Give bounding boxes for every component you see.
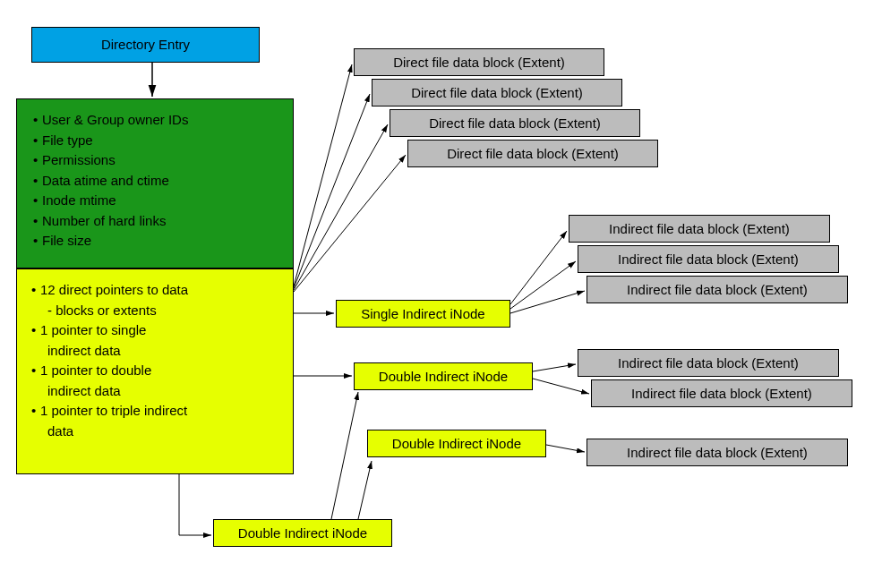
single-indirect-inode: Single Indirect iNode xyxy=(336,300,510,328)
meta-item: File type xyxy=(42,131,93,151)
inode-pointers-box: •12 direct pointers to data - blocks or … xyxy=(16,268,294,474)
svg-line-12 xyxy=(546,445,585,452)
ptr-line: 1 pointer to single xyxy=(40,320,146,341)
svg-line-13 xyxy=(331,392,358,519)
svg-line-2 xyxy=(294,94,370,288)
indirect-block: Indirect file data block (Extent) xyxy=(587,439,848,466)
indirect-block: Indirect file data block (Extent) xyxy=(587,276,848,303)
double-indirect-inode-bottom: Double Indirect iNode xyxy=(213,519,392,547)
direct-block: Direct file data block (Extent) xyxy=(407,140,658,167)
svg-line-8 xyxy=(510,261,576,309)
meta-item: Data atime and ctime xyxy=(42,171,169,192)
direct-block: Direct file data block (Extent) xyxy=(372,79,622,107)
svg-line-11 xyxy=(533,379,589,394)
meta-item: File size xyxy=(42,231,91,251)
inode-metadata-box: •User & Group owner IDs •File type •Perm… xyxy=(16,98,294,268)
ptr-line: - blocks or extents xyxy=(47,301,284,321)
svg-line-14 xyxy=(358,461,372,519)
ptr-line: indirect data xyxy=(47,381,284,402)
indirect-block: Indirect file data block (Extent) xyxy=(578,245,839,273)
indirect-block: Indirect file data block (Extent) xyxy=(569,215,830,243)
svg-line-9 xyxy=(510,291,585,313)
indirect-block: Indirect file data block (Extent) xyxy=(591,379,852,407)
ptr-line: indirect data xyxy=(47,341,284,362)
ptr-line: 1 pointer to double xyxy=(40,361,151,381)
directory-entry-box: Directory Entry xyxy=(31,27,260,63)
direct-block: Direct file data block (Extent) xyxy=(390,109,640,137)
ptr-line: data xyxy=(47,422,284,442)
svg-line-10 xyxy=(533,364,576,371)
double-indirect-inode: Double Indirect iNode xyxy=(367,430,546,457)
meta-item: Permissions xyxy=(42,150,116,171)
meta-item: Inode mtime xyxy=(42,191,116,211)
svg-line-3 xyxy=(294,124,388,290)
ptr-line: 1 pointer to triple indirect xyxy=(40,401,187,422)
direct-block: Direct file data block (Extent) xyxy=(354,48,604,76)
meta-item: User & Group owner IDs xyxy=(42,110,188,131)
indirect-block: Indirect file data block (Extent) xyxy=(578,349,839,377)
ptr-line: 12 direct pointers to data xyxy=(40,280,188,301)
double-indirect-inode: Double Indirect iNode xyxy=(354,362,533,390)
svg-line-1 xyxy=(294,64,352,286)
svg-line-7 xyxy=(510,231,567,304)
meta-item: Number of hard links xyxy=(42,211,166,232)
svg-line-4 xyxy=(294,155,406,292)
